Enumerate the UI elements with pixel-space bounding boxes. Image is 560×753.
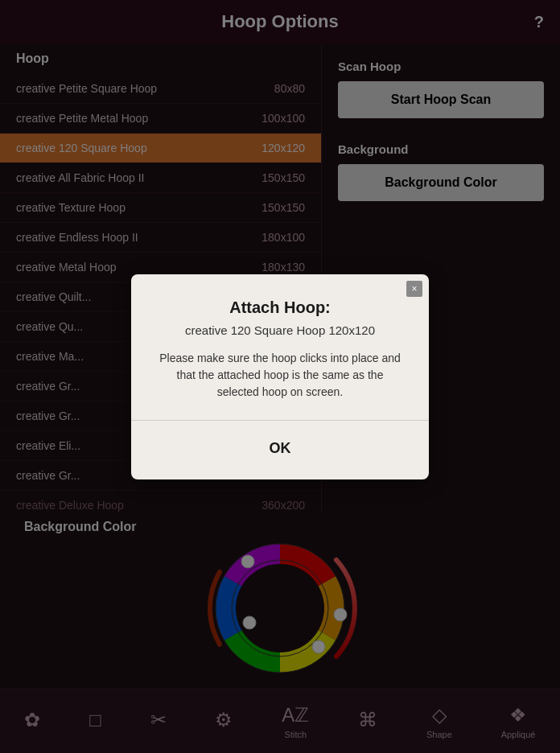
attach-hoop-modal: × Attach Hoop: creative 120 Square Hoop … [131,274,429,479]
modal-title: Attach Hoop: [155,298,405,317]
modal-overlay: × Attach Hoop: creative 120 Square Hoop … [0,0,560,753]
modal-message: Please make sure the hoop clicks into pl… [155,350,405,401]
modal-ok-button[interactable]: OK [245,434,315,463]
modal-hoop-name: creative 120 Square Hoop 120x120 [155,323,405,337]
modal-divider [131,420,429,421]
modal-close-button[interactable]: × [406,281,422,297]
main-screen: Hoop Options ? Hoop creative Petite Squa… [0,0,560,753]
